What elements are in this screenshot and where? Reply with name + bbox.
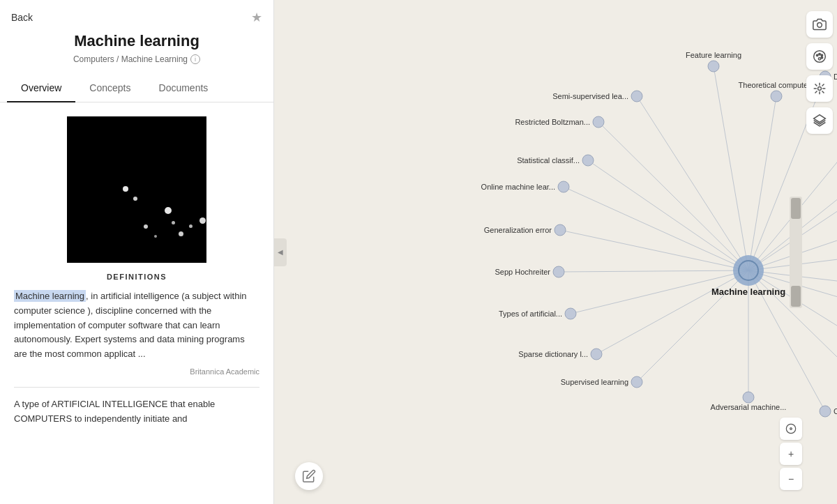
graph-node-feature_learning[interactable]: Feature learning bbox=[686, 51, 741, 72]
thumbnail-area bbox=[0, 102, 273, 273]
graph-node-sepp_hochreiter[interactable]: Sepp Hochreiter bbox=[495, 266, 565, 277]
svg-point-48 bbox=[555, 224, 566, 236]
layers-button[interactable] bbox=[806, 107, 833, 134]
svg-text:Sepp Hochreiter: Sepp Hochreiter bbox=[495, 268, 551, 276]
graph-node-semi_supervised[interactable]: Semi-supervised lea... bbox=[552, 91, 642, 102]
breadcrumb-text: Computers / Machine Learning bbox=[73, 54, 188, 64]
svg-text:Types of artificial...: Types of artificial... bbox=[499, 310, 562, 318]
tab-documents[interactable]: Documents bbox=[145, 74, 223, 102]
svg-point-89 bbox=[786, 424, 795, 433]
graph-node-supervised_learning[interactable]: Supervised learning bbox=[561, 376, 642, 388]
camera-button[interactable] bbox=[806, 11, 833, 38]
definition-text-2: A type of ARTIFICIAL INTELLIGENCE that e… bbox=[0, 388, 273, 427]
graph-node-statistical_classif[interactable]: Statistical classif... bbox=[517, 155, 594, 166]
svg-point-32 bbox=[771, 91, 782, 102]
svg-text:Supervised learning: Supervised learning bbox=[561, 378, 628, 386]
svg-text:Statistical classif...: Statistical classif... bbox=[517, 156, 580, 165]
breadcrumb-info-icon[interactable]: i bbox=[190, 54, 200, 64]
svg-point-23 bbox=[733, 255, 764, 286]
article-title: Machine learning bbox=[0, 32, 273, 54]
definition-source: Britannica Academic bbox=[0, 367, 273, 387]
bottom-toolbar: + − bbox=[780, 418, 802, 490]
svg-text:Adversarial machine...: Adversarial machine... bbox=[711, 403, 787, 411]
svg-text:Restricted Boltzman...: Restricted Boltzman... bbox=[515, 118, 590, 126]
svg-point-40 bbox=[582, 155, 594, 166]
svg-point-60 bbox=[591, 349, 602, 360]
left-panel: Back ★ Machine learning Computers / Mach… bbox=[0, 0, 274, 504]
svg-line-9 bbox=[564, 187, 748, 270]
graph-node-adversarial_machine[interactable]: Adversarial machine... bbox=[711, 392, 787, 411]
svg-point-75 bbox=[819, 53, 821, 55]
svg-point-90 bbox=[790, 428, 792, 430]
svg-line-86 bbox=[822, 84, 824, 86]
tab-concepts[interactable]: Concepts bbox=[75, 74, 144, 102]
top-bar: Back ★ bbox=[0, 0, 273, 32]
svg-line-85 bbox=[822, 91, 824, 93]
svg-text:Generalization error: Generalization error bbox=[484, 226, 552, 234]
svg-point-52 bbox=[553, 266, 564, 277]
svg-point-44 bbox=[558, 181, 569, 192]
zoom-in-label: + bbox=[788, 448, 794, 459]
svg-text:Sparse dictionary l...: Sparse dictionary l... bbox=[518, 350, 588, 358]
svg-point-64 bbox=[631, 376, 642, 388]
compass-button[interactable] bbox=[780, 418, 802, 440]
svg-line-7 bbox=[588, 160, 748, 270]
svg-point-77 bbox=[821, 56, 823, 59]
add-concept-button[interactable] bbox=[806, 75, 833, 102]
svg-point-56 bbox=[565, 308, 576, 319]
graph-node-sparse_dictionary[interactable]: Sparse dictionary l... bbox=[518, 349, 602, 360]
collapse-arrow[interactable]: ◀ bbox=[274, 238, 287, 266]
svg-text:Machine learning: Machine learning bbox=[711, 287, 785, 297]
tabs-container: Overview Concepts Documents bbox=[0, 74, 273, 102]
svg-point-78 bbox=[818, 58, 820, 60]
svg-point-73 bbox=[814, 51, 826, 63]
concept-graph[interactable]: Machine learningFeature learningDeep lea… bbox=[274, 0, 837, 504]
svg-line-13 bbox=[559, 270, 748, 272]
svg-line-5 bbox=[598, 122, 748, 270]
zoom-out-label: − bbox=[788, 473, 794, 484]
favorite-icon[interactable]: ★ bbox=[251, 10, 262, 25]
svg-text:Semi-supervised lea...: Semi-supervised lea... bbox=[552, 92, 628, 100]
svg-line-87 bbox=[815, 91, 817, 93]
svg-text:Feature learning: Feature learning bbox=[686, 51, 741, 59]
graph-node-generalization_error[interactable]: Generalization error bbox=[484, 224, 566, 236]
graph-node-online_machine[interactable]: Online machine lear... bbox=[481, 181, 569, 192]
breadcrumb: Computers / Machine Learning i bbox=[0, 54, 273, 74]
svg-point-74 bbox=[816, 54, 818, 56]
graph-scrollbar[interactable] bbox=[790, 197, 802, 308]
article-thumbnail bbox=[67, 116, 206, 263]
definitions-header: DEFINITIONS bbox=[0, 273, 273, 289]
right-toolbar bbox=[802, 0, 837, 504]
back-button[interactable]: Back bbox=[11, 12, 33, 23]
zoom-out-button[interactable]: − bbox=[780, 468, 802, 490]
svg-point-36 bbox=[593, 116, 604, 128]
svg-line-17 bbox=[596, 270, 748, 354]
svg-point-72 bbox=[817, 23, 822, 28]
notes-button[interactable] bbox=[295, 462, 323, 490]
svg-point-68 bbox=[743, 392, 754, 403]
svg-point-30 bbox=[631, 91, 642, 102]
svg-text:Online machine lear...: Online machine lear... bbox=[481, 183, 555, 191]
svg-line-84 bbox=[815, 84, 817, 86]
svg-point-79 bbox=[818, 87, 822, 91]
scroll-handle-bottom[interactable] bbox=[791, 286, 801, 307]
right-panel: ◀ Machine learningFeature learningDeep l… bbox=[274, 0, 837, 504]
scroll-handle-top[interactable] bbox=[791, 198, 801, 219]
graph-node-restricted_boltzmann[interactable]: Restricted Boltzman... bbox=[515, 116, 604, 128]
palette-button[interactable] bbox=[806, 43, 833, 70]
svg-line-11 bbox=[560, 230, 748, 270]
svg-line-0 bbox=[714, 66, 748, 270]
ml-highlight: Machine learning bbox=[14, 290, 86, 302]
zoom-in-button[interactable]: + bbox=[780, 443, 802, 465]
tab-overview[interactable]: Overview bbox=[7, 74, 75, 102]
svg-point-26 bbox=[708, 61, 719, 72]
definition-text: Machine learning, in artificial intellig… bbox=[0, 289, 273, 367]
svg-line-3 bbox=[748, 96, 776, 270]
graph-node-types_artificial[interactable]: Types of artificial... bbox=[499, 308, 576, 319]
svg-point-76 bbox=[821, 54, 823, 56]
svg-line-2 bbox=[637, 96, 748, 270]
